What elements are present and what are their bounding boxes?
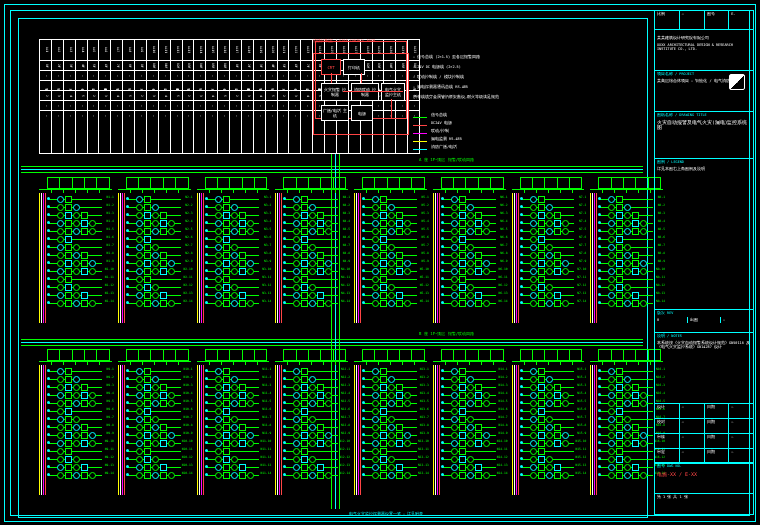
circuit-label: N12-3: [341, 383, 350, 387]
device-symbol: [546, 268, 553, 275]
circuit-item: N11-14: [207, 471, 270, 479]
device-symbol: [81, 268, 88, 275]
device-symbol: [451, 432, 458, 439]
circuit-label: N1-1: [107, 195, 114, 199]
firm-name-en: XXXX ARCHITECTURAL DESIGN & RESEARCH INS…: [655, 42, 753, 53]
junction-dot: [362, 261, 365, 264]
device-symbol: [530, 220, 537, 227]
circuit-item: N3-3: [207, 211, 270, 219]
schedule-cell: AL3: [64, 40, 75, 61]
device-symbol: [160, 392, 167, 399]
device-symbol: [451, 268, 458, 275]
junction-dot: [520, 261, 523, 264]
device-symbol: [530, 408, 537, 415]
general-notes: 本系统按《火灾自动报警系统设计规范》GB50116 及《电气火灾监控系统》GB1…: [655, 340, 753, 351]
feeder-vertical-wire: [45, 365, 46, 495]
schedule-cell: 4: [206, 91, 217, 101]
device-symbol: [380, 284, 387, 291]
junction-dot: [362, 441, 365, 444]
device-symbol: [380, 220, 387, 227]
device-symbol: [380, 416, 387, 423]
device-symbol: [160, 292, 167, 299]
junction-dot: [126, 285, 129, 288]
circuit-item: N13-4: [364, 391, 427, 399]
signature-cell: 日期: [705, 419, 730, 433]
device-symbol: [467, 252, 474, 259]
device-symbol: [223, 228, 230, 235]
device-symbol: [215, 408, 222, 415]
junction-dot: [47, 433, 50, 436]
circuit-item: N14-3: [443, 383, 506, 391]
device-symbol: [530, 236, 537, 243]
device-symbol: [640, 472, 647, 479]
feeder-vertical-wire: [514, 365, 515, 495]
device-symbol: [530, 252, 537, 259]
device-symbol: [554, 300, 561, 307]
junction-dot: [520, 285, 523, 288]
circuit-item: N12-5: [285, 399, 348, 407]
junction-dot: [520, 441, 523, 444]
device-symbol: [239, 268, 246, 275]
device-symbol: [309, 440, 316, 447]
row-b-label: B 座 1F~顶层 报警/联动回路: [419, 331, 474, 336]
device-symbol: [538, 244, 545, 251]
feeder: N10-1N10-2N10-3N10-4N10-5N10-6N10-7N10-8…: [118, 349, 191, 509]
device-symbol: [65, 220, 72, 227]
device-symbol: [144, 268, 151, 275]
device-symbol: [65, 384, 72, 391]
device-symbol: [231, 212, 238, 219]
feeder-vertical-wire: [354, 193, 355, 323]
circuit-item: N7-7: [522, 243, 585, 251]
feeder-header-cell: [48, 178, 60, 188]
junction-dot: [362, 269, 365, 272]
device-symbol: [239, 252, 246, 259]
feeder-header-cell: [599, 350, 611, 360]
schedule-cell: 3: [242, 91, 253, 101]
device-symbol: [301, 292, 308, 299]
circuit-label: N12-11: [339, 447, 350, 451]
device-symbol: [608, 400, 615, 407]
device-symbol: [57, 376, 64, 383]
device-symbol: [404, 268, 411, 275]
device-symbol: [239, 432, 246, 439]
junction-dot: [362, 221, 365, 224]
tb-project: 项目名称 / PROJECT 某高层综合体项目 — 智能化 / 电气消防系统: [654, 70, 754, 112]
feeder-header-cell: [176, 350, 187, 360]
device-symbol: [451, 252, 458, 259]
junction-dot: [126, 197, 129, 200]
device-symbol: [301, 276, 308, 283]
device-symbol: [223, 368, 230, 375]
junction-dot: [520, 205, 523, 208]
schedule-cell: AL4: [76, 40, 87, 61]
device-symbol: [57, 464, 64, 471]
circuit-label: N7-12: [577, 283, 586, 287]
signature-cell: —: [680, 419, 705, 433]
device-symbol: [396, 440, 403, 447]
circuit-label: N15-1: [577, 367, 586, 371]
junction-dot: [441, 301, 444, 304]
feeder-drop: [233, 189, 234, 193]
junction-dot: [205, 409, 208, 412]
circuit-item: N9-3: [49, 383, 112, 391]
device-symbol: [616, 456, 623, 463]
device-symbol: [608, 384, 615, 391]
feeder-vertical-wire: [281, 193, 282, 323]
junction-dot: [441, 285, 444, 288]
feeder-drop: [457, 361, 458, 365]
device-symbol: [388, 392, 395, 399]
device-symbol: [152, 472, 159, 479]
feeder-vertical-wire: [354, 365, 355, 495]
device-symbol: [317, 472, 324, 479]
device-symbol: [293, 196, 300, 203]
device-symbol: [372, 384, 379, 391]
device-symbol: [223, 440, 230, 447]
feeder-header-cell: [218, 350, 230, 360]
schedule-cell: AL8: [123, 40, 134, 61]
device-symbol: [538, 376, 545, 383]
junction-dot: [126, 449, 129, 452]
device-symbol: [640, 432, 647, 439]
feeder-header-cell: [309, 178, 321, 188]
circuit-label: N3-5: [264, 227, 271, 231]
device-symbol: [215, 260, 222, 267]
circuit-item: N12-12: [285, 455, 348, 463]
